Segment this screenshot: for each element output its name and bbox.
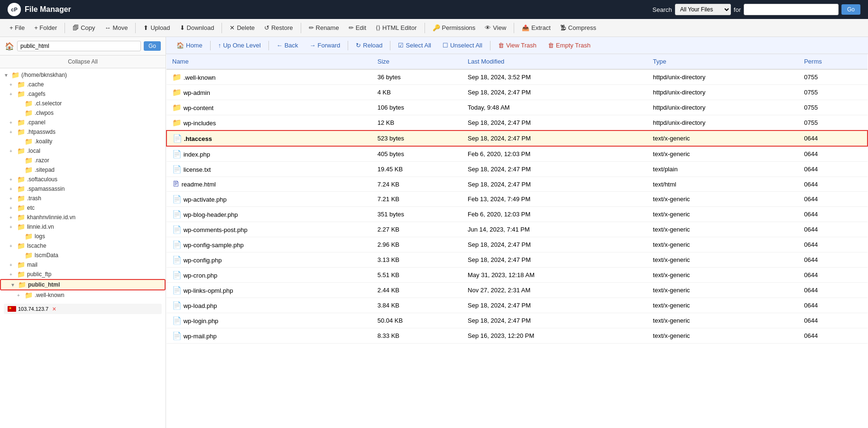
back-button[interactable]: ← Back <box>272 40 303 51</box>
table-row[interactable]: 📄 wp-activate.php7.21 KBFeb 13, 2024, 7:… <box>166 192 868 207</box>
new-folder-button[interactable]: + Folder <box>30 22 61 33</box>
tree-item-public-html[interactable]: ▼ 📁 public_html <box>0 279 166 290</box>
tree-expand-trash[interactable]: + <box>9 196 15 201</box>
restore-button[interactable]: ↺ Restore <box>260 22 297 33</box>
tree-expand-root[interactable]: ▼ <box>4 73 9 78</box>
ip-close-button[interactable]: × <box>52 305 56 313</box>
tree-item-softaculous[interactable]: + 📁 .softaculous <box>0 175 166 184</box>
tree-item-koality[interactable]: + 📁 .koality <box>0 137 166 146</box>
col-type[interactable]: Type <box>647 54 799 69</box>
tree-item-razor[interactable]: + 📁 .razor <box>0 156 166 165</box>
tree-item-cl-selector[interactable]: + 📁 .cl.selector <box>0 99 166 108</box>
tree-item-mail[interactable]: + 📁 mail <box>0 260 166 270</box>
table-row[interactable]: 📄 index.php405 bytesFeb 6, 2020, 12:03 P… <box>166 146 868 162</box>
tree-expand-cpanel[interactable]: + <box>9 120 15 125</box>
table-row[interactable]: 📄 .htaccess523 bytesSep 18, 2024, 2:47 P… <box>166 130 868 146</box>
table-row[interactable]: 📄 wp-login.php50.04 KBSep 18, 2024, 2:47… <box>166 313 868 328</box>
tree-item-cache[interactable]: + 📁 .cache <box>0 80 166 89</box>
tree-item-spamassassin[interactable]: + 📁 .spamassassin <box>0 184 166 194</box>
home-nav-button[interactable]: 🏠 Home <box>172 40 207 51</box>
compress-button[interactable]: 🗜 Compress <box>556 22 600 33</box>
tree-item-linnieidvn-label: linnie.id.vn <box>27 223 54 230</box>
search-scope-select[interactable]: All Your Files Public HTML Home Director… <box>675 4 731 15</box>
search-input[interactable] <box>744 4 839 15</box>
tree-expand-etc[interactable]: + <box>9 205 15 211</box>
upload-button[interactable]: ⬆ Upload <box>139 22 174 33</box>
table-row[interactable]: 📄 wp-config-sample.php2.96 KBSep 18, 202… <box>166 237 868 252</box>
col-size[interactable]: Size <box>372 54 462 69</box>
col-name[interactable]: Name <box>166 54 372 69</box>
empty-trash-button[interactable]: 🗑 Empty Trash <box>543 40 595 51</box>
tree-item-linnieidvn[interactable]: + 📁 linnie.id.vn <box>0 222 166 232</box>
tree-expand-spamassassin[interactable]: + <box>9 186 15 192</box>
file-modified-cell: Feb 13, 2024, 7:49 PM <box>462 192 647 207</box>
unselect-all-button[interactable]: ☐ Unselect All <box>438 40 487 51</box>
tree-item-etc[interactable]: + 📁 etc <box>0 203 166 213</box>
view-trash-button[interactable]: 🗑 View Trash <box>493 40 541 51</box>
tree-item-lscmdata[interactable]: + 📁 lscmData <box>0 251 166 260</box>
tree-item-htpasswds[interactable]: + 📁 .htpasswds <box>0 127 166 137</box>
tree-expand-public-html[interactable]: ▼ <box>10 282 16 288</box>
tree-item-cagefs[interactable]: + 📁 .cagefs <box>0 89 166 99</box>
table-row[interactable]: 📄 wp-links-opml.php2.44 KBNov 27, 2022, … <box>166 283 868 298</box>
tree-expand-cagefs[interactable]: + <box>9 92 15 97</box>
tree-item-public-ftp[interactable]: + 📁 public_ftp <box>0 270 166 279</box>
up-level-button[interactable]: ↑ Up One Level <box>213 40 266 51</box>
forward-button[interactable]: → Forward <box>305 40 345 51</box>
tree-item-spamassassin-label: .spamassassin <box>27 186 65 192</box>
home-path-icon[interactable]: 🏠 <box>5 42 14 51</box>
col-perms[interactable]: Perms <box>798 54 868 69</box>
tree-item-well-known[interactable]: + 📁 .well-known <box>0 290 166 300</box>
table-row[interactable]: 📄 wp-cron.php5.51 KBMay 31, 2023, 12:18 … <box>166 268 868 283</box>
tree-expand-well-known[interactable]: + <box>17 293 23 298</box>
copy-button[interactable]: 🗐 Copy <box>69 22 99 33</box>
tree-item-sitepad[interactable]: + 📁 .sitepad <box>0 165 166 175</box>
tree-expand-lscache[interactable]: + <box>9 243 15 249</box>
table-row[interactable]: 📁 wp-content106 bytesToday, 9:48 AMhttpd… <box>166 100 868 115</box>
reload-button[interactable]: ↻ Reload <box>351 40 387 51</box>
tree-expand-khanhnvlinnie[interactable]: + <box>9 215 15 220</box>
tree-item-logs[interactable]: + 📁 logs <box>0 232 166 241</box>
tree-item-lscache[interactable]: + 📁 lscache <box>0 241 166 251</box>
table-row[interactable]: 📄 wp-load.php3.84 KBSep 18, 2024, 2:47 P… <box>166 298 868 313</box>
rename-button[interactable]: ✏ Rename <box>305 22 343 33</box>
tree-item-khanhnvlinnie[interactable]: + 📁 khanhnvlinnie.id.vn <box>0 213 166 222</box>
table-row[interactable]: 🖹 readme.html7.24 KBSep 18, 2024, 2:47 P… <box>166 177 868 192</box>
path-go-button[interactable]: Go <box>144 41 161 51</box>
tree-item-root[interactable]: ▼ 📁 (/home/bknskhan) <box>0 70 166 80</box>
tree-item-clwpos[interactable]: + 📁 .clwpos <box>0 108 166 118</box>
tree-item-trash[interactable]: + 📁 .trash <box>0 194 166 203</box>
select-all-button[interactable]: ☑ Select All <box>393 40 435 51</box>
tree-item-local[interactable]: + 📁 .local <box>0 146 166 156</box>
tree-item-cpanel[interactable]: + 📁 .cpanel <box>0 118 166 127</box>
new-file-button[interactable]: + File <box>6 22 28 33</box>
search-go-button[interactable]: Go <box>841 4 860 15</box>
view-button[interactable]: 👁 View <box>481 22 510 33</box>
collapse-all-button[interactable]: Collapse All <box>0 56 166 68</box>
table-row[interactable]: 📄 license.txt19.45 KBSep 18, 2024, 2:47 … <box>166 162 868 177</box>
edit-button[interactable]: ✏ Edit <box>345 22 370 33</box>
extract-button[interactable]: 📤 Extract <box>518 22 554 33</box>
extract-icon: 📤 <box>522 24 529 31</box>
tree-expand-linnieidvn[interactable]: + <box>9 224 15 230</box>
tree-expand-local[interactable]: + <box>9 149 15 154</box>
col-last-modified[interactable]: Last Modified <box>462 54 647 69</box>
html-editor-button[interactable]: ⟨⟩ HTML Editor <box>372 22 420 33</box>
table-row[interactable]: 📄 wp-config.php3.13 KBSep 18, 2024, 2:47… <box>166 252 868 268</box>
tree-expand-softaculous[interactable]: + <box>9 177 15 182</box>
table-row[interactable]: 📄 wp-blog-header.php351 bytesFeb 6, 2020… <box>166 207 868 222</box>
path-input[interactable] <box>17 41 141 51</box>
table-row[interactable]: 📄 wp-comments-post.php2.27 KBJun 14, 202… <box>166 222 868 237</box>
tree-expand-public-ftp[interactable]: + <box>9 272 15 277</box>
permissions-button[interactable]: 🔑 Permissions <box>429 22 480 33</box>
tree-expand-cache[interactable]: + <box>9 82 15 87</box>
table-row[interactable]: 📁 .well-known36 bytesSep 18, 2024, 3:52 … <box>166 69 868 85</box>
download-button[interactable]: ⬇ Download <box>176 22 218 33</box>
tree-expand-mail[interactable]: + <box>9 262 15 268</box>
delete-button[interactable]: ✕ Delete <box>226 22 259 33</box>
move-button[interactable]: ↔ Move <box>101 22 132 33</box>
table-row[interactable]: 📁 wp-admin4 KBSep 18, 2024, 2:47 PMhttpd… <box>166 85 868 100</box>
table-row[interactable]: 📁 wp-includes12 KBSep 18, 2024, 2:47 PMh… <box>166 115 868 131</box>
table-row[interactable]: 📄 wp-mail.php8.33 KBSep 16, 2023, 12:20 … <box>166 328 868 344</box>
tree-expand-htpasswds[interactable]: + <box>9 130 15 135</box>
